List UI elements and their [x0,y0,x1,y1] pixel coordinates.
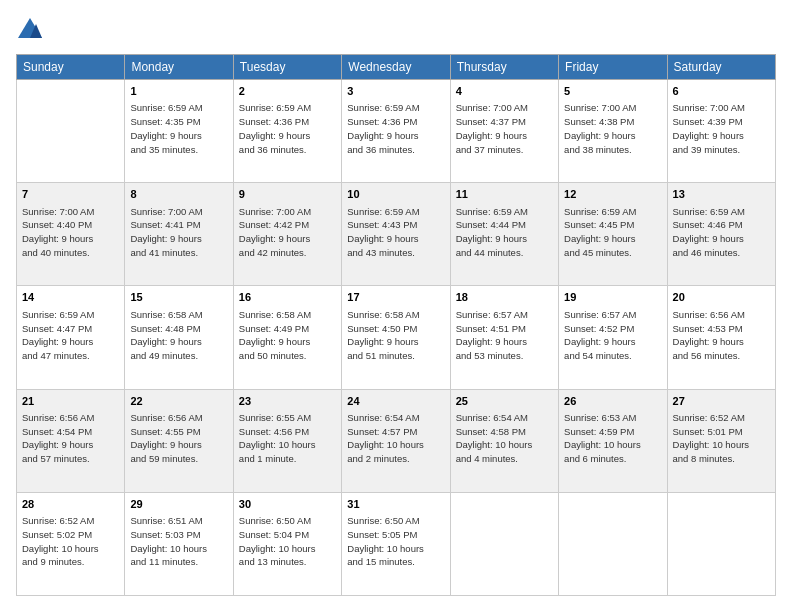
calendar: SundayMondayTuesdayWednesdayThursdayFrid… [16,54,776,596]
day-info: Sunrise: 6:59 AM Sunset: 4:47 PM Dayligh… [22,308,119,363]
weekday-header-tuesday: Tuesday [233,55,341,80]
day-cell: 21Sunrise: 6:56 AM Sunset: 4:54 PM Dayli… [17,389,125,492]
day-cell: 9Sunrise: 7:00 AM Sunset: 4:42 PM Daylig… [233,183,341,286]
day-cell: 30Sunrise: 6:50 AM Sunset: 5:04 PM Dayli… [233,492,341,595]
day-number: 19 [564,290,661,305]
day-number: 25 [456,394,553,409]
week-row-3: 14Sunrise: 6:59 AM Sunset: 4:47 PM Dayli… [17,286,776,389]
day-cell: 2Sunrise: 6:59 AM Sunset: 4:36 PM Daylig… [233,80,341,183]
weekday-header-sunday: Sunday [17,55,125,80]
day-info: Sunrise: 6:52 AM Sunset: 5:02 PM Dayligh… [22,514,119,569]
day-cell: 8Sunrise: 7:00 AM Sunset: 4:41 PM Daylig… [125,183,233,286]
day-info: Sunrise: 6:59 AM Sunset: 4:46 PM Dayligh… [673,205,770,260]
day-info: Sunrise: 6:59 AM Sunset: 4:44 PM Dayligh… [456,205,553,260]
day-cell: 10Sunrise: 6:59 AM Sunset: 4:43 PM Dayli… [342,183,450,286]
day-info: Sunrise: 6:50 AM Sunset: 5:04 PM Dayligh… [239,514,336,569]
day-number: 8 [130,187,227,202]
day-info: Sunrise: 6:51 AM Sunset: 5:03 PM Dayligh… [130,514,227,569]
day-cell: 27Sunrise: 6:52 AM Sunset: 5:01 PM Dayli… [667,389,775,492]
day-cell: 3Sunrise: 6:59 AM Sunset: 4:36 PM Daylig… [342,80,450,183]
day-cell [667,492,775,595]
day-number: 3 [347,84,444,99]
day-info: Sunrise: 6:56 AM Sunset: 4:54 PM Dayligh… [22,411,119,466]
day-number: 16 [239,290,336,305]
day-info: Sunrise: 6:56 AM Sunset: 4:53 PM Dayligh… [673,308,770,363]
day-info: Sunrise: 7:00 AM Sunset: 4:41 PM Dayligh… [130,205,227,260]
day-cell: 19Sunrise: 6:57 AM Sunset: 4:52 PM Dayli… [559,286,667,389]
day-number: 20 [673,290,770,305]
day-number: 14 [22,290,119,305]
day-cell: 24Sunrise: 6:54 AM Sunset: 4:57 PM Dayli… [342,389,450,492]
day-info: Sunrise: 6:55 AM Sunset: 4:56 PM Dayligh… [239,411,336,466]
day-cell [17,80,125,183]
page: SundayMondayTuesdayWednesdayThursdayFrid… [0,0,792,612]
day-info: Sunrise: 6:58 AM Sunset: 4:50 PM Dayligh… [347,308,444,363]
day-number: 27 [673,394,770,409]
day-cell: 20Sunrise: 6:56 AM Sunset: 4:53 PM Dayli… [667,286,775,389]
week-row-2: 7Sunrise: 7:00 AM Sunset: 4:40 PM Daylig… [17,183,776,286]
day-info: Sunrise: 6:56 AM Sunset: 4:55 PM Dayligh… [130,411,227,466]
day-info: Sunrise: 6:53 AM Sunset: 4:59 PM Dayligh… [564,411,661,466]
day-cell: 13Sunrise: 6:59 AM Sunset: 4:46 PM Dayli… [667,183,775,286]
weekday-header-friday: Friday [559,55,667,80]
day-cell: 31Sunrise: 6:50 AM Sunset: 5:05 PM Dayli… [342,492,450,595]
day-info: Sunrise: 6:50 AM Sunset: 5:05 PM Dayligh… [347,514,444,569]
day-info: Sunrise: 7:00 AM Sunset: 4:37 PM Dayligh… [456,101,553,156]
day-number: 7 [22,187,119,202]
day-cell: 25Sunrise: 6:54 AM Sunset: 4:58 PM Dayli… [450,389,558,492]
day-info: Sunrise: 6:59 AM Sunset: 4:45 PM Dayligh… [564,205,661,260]
day-number: 10 [347,187,444,202]
day-info: Sunrise: 6:59 AM Sunset: 4:36 PM Dayligh… [347,101,444,156]
day-cell: 4Sunrise: 7:00 AM Sunset: 4:37 PM Daylig… [450,80,558,183]
day-info: Sunrise: 7:00 AM Sunset: 4:39 PM Dayligh… [673,101,770,156]
day-number: 22 [130,394,227,409]
day-info: Sunrise: 6:58 AM Sunset: 4:49 PM Dayligh… [239,308,336,363]
day-number: 29 [130,497,227,512]
day-info: Sunrise: 6:58 AM Sunset: 4:48 PM Dayligh… [130,308,227,363]
day-info: Sunrise: 6:59 AM Sunset: 4:43 PM Dayligh… [347,205,444,260]
weekday-header-thursday: Thursday [450,55,558,80]
day-number: 2 [239,84,336,99]
day-cell: 7Sunrise: 7:00 AM Sunset: 4:40 PM Daylig… [17,183,125,286]
day-cell [450,492,558,595]
day-number: 4 [456,84,553,99]
logo [16,16,48,44]
day-number: 11 [456,187,553,202]
day-number: 13 [673,187,770,202]
weekday-header-monday: Monday [125,55,233,80]
week-row-4: 21Sunrise: 6:56 AM Sunset: 4:54 PM Dayli… [17,389,776,492]
day-number: 1 [130,84,227,99]
day-cell: 14Sunrise: 6:59 AM Sunset: 4:47 PM Dayli… [17,286,125,389]
day-cell: 15Sunrise: 6:58 AM Sunset: 4:48 PM Dayli… [125,286,233,389]
day-cell: 1Sunrise: 6:59 AM Sunset: 4:35 PM Daylig… [125,80,233,183]
day-info: Sunrise: 7:00 AM Sunset: 4:38 PM Dayligh… [564,101,661,156]
day-cell: 5Sunrise: 7:00 AM Sunset: 4:38 PM Daylig… [559,80,667,183]
day-number: 23 [239,394,336,409]
week-row-5: 28Sunrise: 6:52 AM Sunset: 5:02 PM Dayli… [17,492,776,595]
logo-icon [16,16,44,44]
day-cell [559,492,667,595]
day-number: 17 [347,290,444,305]
day-info: Sunrise: 6:54 AM Sunset: 4:58 PM Dayligh… [456,411,553,466]
day-number: 5 [564,84,661,99]
day-cell: 6Sunrise: 7:00 AM Sunset: 4:39 PM Daylig… [667,80,775,183]
day-cell: 23Sunrise: 6:55 AM Sunset: 4:56 PM Dayli… [233,389,341,492]
day-cell: 18Sunrise: 6:57 AM Sunset: 4:51 PM Dayli… [450,286,558,389]
day-number: 6 [673,84,770,99]
day-number: 26 [564,394,661,409]
day-cell: 22Sunrise: 6:56 AM Sunset: 4:55 PM Dayli… [125,389,233,492]
day-info: Sunrise: 7:00 AM Sunset: 4:42 PM Dayligh… [239,205,336,260]
day-cell: 12Sunrise: 6:59 AM Sunset: 4:45 PM Dayli… [559,183,667,286]
day-cell: 28Sunrise: 6:52 AM Sunset: 5:02 PM Dayli… [17,492,125,595]
day-number: 24 [347,394,444,409]
day-number: 28 [22,497,119,512]
day-number: 18 [456,290,553,305]
day-info: Sunrise: 6:59 AM Sunset: 4:36 PM Dayligh… [239,101,336,156]
day-number: 21 [22,394,119,409]
day-number: 30 [239,497,336,512]
day-info: Sunrise: 6:57 AM Sunset: 4:51 PM Dayligh… [456,308,553,363]
day-info: Sunrise: 6:57 AM Sunset: 4:52 PM Dayligh… [564,308,661,363]
weekday-header-saturday: Saturday [667,55,775,80]
weekday-header-wednesday: Wednesday [342,55,450,80]
day-info: Sunrise: 6:52 AM Sunset: 5:01 PM Dayligh… [673,411,770,466]
